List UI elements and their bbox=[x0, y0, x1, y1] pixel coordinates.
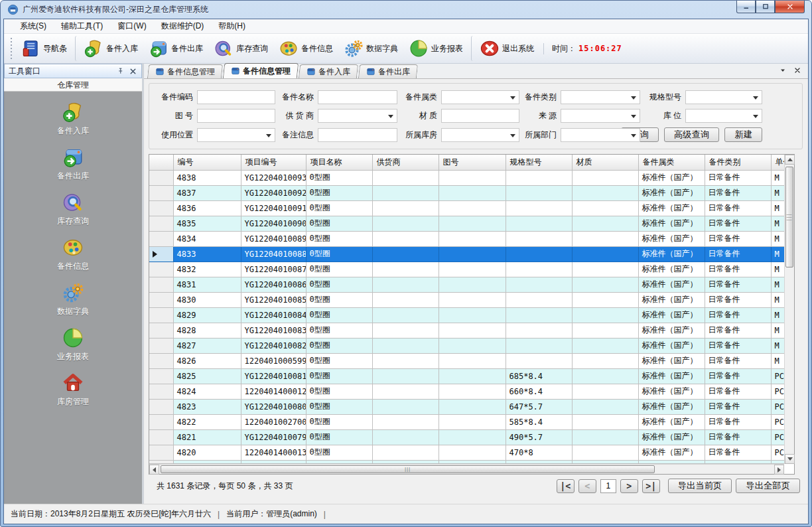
cell-part-category[interactable]: 日常备件 bbox=[705, 262, 771, 277]
cell-part-class[interactable]: 标准件（国产） bbox=[638, 262, 705, 277]
department-combo[interactable] bbox=[561, 128, 640, 142]
cell-drawing-no[interactable] bbox=[439, 368, 506, 384]
cell-part-category[interactable]: 日常备件 bbox=[705, 384, 771, 399]
cell-unit[interactable] bbox=[771, 460, 784, 463]
cell-unit[interactable]: M bbox=[771, 200, 784, 216]
cell-project-name[interactable]: 0型圈 bbox=[306, 338, 372, 353]
table-row[interactable]: 4827 YG12204010082 0型圈 标准件（国产） bbox=[149, 338, 784, 353]
cell-project-no[interactable]: 1220401002700 bbox=[241, 414, 306, 429]
cell-drawing-no[interactable] bbox=[439, 277, 506, 292]
cell-spec-model[interactable] bbox=[506, 216, 572, 231]
menu-item[interactable]: 数据维护(D) bbox=[155, 19, 211, 34]
cell-project-no[interactable]: YG12204010092 bbox=[241, 185, 306, 200]
vertical-scroll-thumb[interactable]: ——— bbox=[785, 167, 793, 267]
cell-part-category[interactable]: 日常备件 bbox=[705, 231, 771, 246]
table-row[interactable]: 4837 YG12204010092 0型圈 标准件（国产） bbox=[149, 185, 784, 200]
cell-project-name[interactable]: 0型圈 bbox=[306, 231, 372, 246]
cell-drawing-no[interactable] bbox=[439, 353, 506, 368]
table-row[interactable]: 4826 1220401000599 0型圈 标准件（国产） bbox=[149, 353, 784, 368]
cell-spec-model[interactable]: 647*5.7 bbox=[506, 399, 572, 414]
create-button[interactable]: 新建 bbox=[724, 127, 762, 142]
cell-material[interactable] bbox=[572, 414, 638, 429]
row-selector[interactable] bbox=[149, 460, 173, 463]
tab-list-chevron-down-icon[interactable] bbox=[779, 66, 787, 74]
table-row[interactable]: 4823 YG12204010080 0型圈 647*5.7 标准件（国产） bbox=[149, 399, 784, 414]
cell-spec-model[interactable] bbox=[506, 246, 572, 262]
cell-spec-model[interactable]: 470*8 bbox=[506, 445, 572, 460]
cell-spec-model[interactable] bbox=[506, 460, 572, 463]
cell-unit[interactable]: M bbox=[771, 277, 784, 292]
cell-part-category[interactable]: 日常备件 bbox=[705, 170, 771, 185]
last-page-button[interactable]: >| bbox=[642, 479, 660, 493]
cell-material[interactable] bbox=[572, 292, 638, 307]
cell-part-class[interactable]: 标准件（国产） bbox=[638, 185, 705, 200]
cell-project-no[interactable]: YG12204010084 bbox=[241, 307, 306, 323]
prev-page-button[interactable]: < bbox=[578, 479, 596, 493]
cell-part-class[interactable]: 标准件（国产） bbox=[638, 292, 705, 307]
cell-part-category[interactable]: 日常备件 bbox=[705, 368, 771, 384]
scroll-down-icon[interactable] bbox=[785, 454, 795, 464]
cell-project-no[interactable]: YG12204010086 bbox=[241, 277, 306, 292]
pin-icon[interactable] bbox=[116, 67, 125, 76]
cell-project-name[interactable]: 0型圈 bbox=[306, 384, 372, 399]
column-header[interactable]: 图号 bbox=[439, 155, 506, 170]
table-row[interactable]: 4828 YG12204010083 0型圈 标准件（国产） bbox=[149, 323, 784, 338]
part-code-input[interactable] bbox=[197, 90, 275, 104]
cell-project-name[interactable]: 0型圈 bbox=[306, 368, 372, 384]
cell-id[interactable]: 4834 bbox=[173, 231, 241, 246]
cell-project-no[interactable]: 1220401400013 bbox=[241, 445, 306, 460]
toolbar-parts-out-button[interactable]: 备件出库 bbox=[143, 36, 208, 61]
cell-supplier[interactable] bbox=[372, 277, 439, 292]
cell-id[interactable]: 4830 bbox=[173, 292, 241, 307]
cell-drawing-no[interactable] bbox=[439, 429, 506, 445]
cell-supplier[interactable] bbox=[372, 216, 439, 231]
cell-part-category[interactable] bbox=[705, 460, 771, 463]
cell-project-name[interactable]: 0型圈 bbox=[306, 307, 372, 323]
cell-supplier[interactable] bbox=[372, 170, 439, 185]
tab-close-icon[interactable] bbox=[793, 66, 801, 74]
cell-id[interactable]: 4832 bbox=[173, 262, 241, 277]
cell-spec-model[interactable] bbox=[506, 292, 572, 307]
cell-drawing-no[interactable] bbox=[439, 384, 506, 399]
row-selector[interactable] bbox=[149, 368, 173, 384]
cell-project-name[interactable]: 0型圈 bbox=[306, 429, 372, 445]
menu-item[interactable]: 辅助工具(T) bbox=[54, 19, 109, 34]
cell-material[interactable] bbox=[572, 277, 638, 292]
table-row[interactable]: 4830 YG12204010085 0型圈 标准件（国产） bbox=[149, 292, 784, 307]
cell-id[interactable]: 4829 bbox=[173, 307, 241, 323]
cell-project-no[interactable]: 1220401000599 bbox=[241, 353, 306, 368]
row-selector[interactable] bbox=[149, 399, 173, 414]
cell-project-no[interactable]: 1220401400012 bbox=[241, 384, 306, 399]
cell-part-category[interactable]: 日常备件 bbox=[705, 216, 771, 231]
cell-part-class[interactable]: 标准件（国产） bbox=[638, 170, 705, 185]
cell-part-class[interactable]: 标准件（国产） bbox=[638, 231, 705, 246]
row-selector[interactable] bbox=[149, 429, 173, 445]
cell-drawing-no[interactable] bbox=[439, 399, 506, 414]
cell-spec-model[interactable] bbox=[506, 307, 572, 323]
column-header[interactable]: 单位 bbox=[771, 155, 784, 170]
cell-id[interactable]: 4828 bbox=[173, 323, 241, 338]
cell-unit[interactable]: M bbox=[771, 231, 784, 246]
horizontal-scroll-thumb[interactable]: ||| bbox=[161, 465, 655, 473]
toolbar-exit-system-button[interactable]: 退出系统 bbox=[471, 36, 539, 61]
first-page-button[interactable]: |< bbox=[557, 479, 575, 493]
column-header[interactable]: 编号 bbox=[173, 155, 241, 170]
cell-unit[interactable]: M bbox=[771, 307, 784, 323]
column-header[interactable]: 备件类别 bbox=[705, 155, 771, 170]
column-header[interactable]: 规格型号 bbox=[506, 155, 572, 170]
row-selector[interactable] bbox=[149, 445, 173, 460]
material-input[interactable] bbox=[441, 109, 519, 123]
cell-material[interactable] bbox=[572, 353, 638, 368]
column-header[interactable]: 备件属类 bbox=[638, 155, 705, 170]
cell-spec-model[interactable]: 660*8.4 bbox=[506, 384, 572, 399]
cell-project-name[interactable]: 0型圈 bbox=[306, 262, 372, 277]
cell-part-class[interactable]: 标准件（国产） bbox=[638, 414, 705, 429]
next-page-button[interactable]: > bbox=[620, 479, 638, 493]
cell-spec-model[interactable] bbox=[506, 170, 572, 185]
cell-id[interactable]: 4825 bbox=[173, 368, 241, 384]
cell-project-no[interactable]: YG12204010093 bbox=[241, 170, 306, 185]
cell-part-class[interactable]: 标准件（国产） bbox=[638, 429, 705, 445]
cell-material[interactable] bbox=[572, 445, 638, 460]
row-selector[interactable] bbox=[149, 277, 173, 292]
toolbar-nav-bar-button[interactable]: 导航条 bbox=[15, 36, 72, 61]
